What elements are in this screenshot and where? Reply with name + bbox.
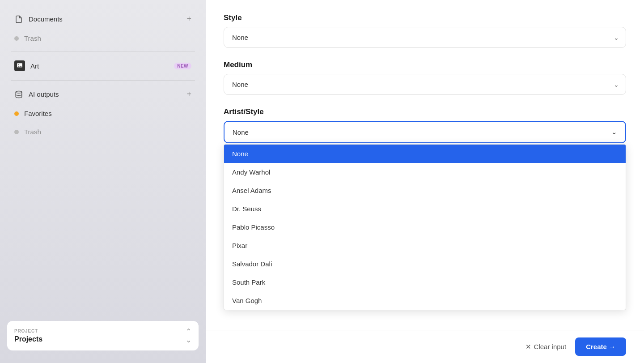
medium-select-wrapper: None ⌄ (224, 74, 626, 95)
project-name: Projects (14, 335, 42, 343)
sidebar-item-ai-outputs[interactable]: AI outputs + (4, 85, 202, 103)
sidebar-spacer (0, 141, 206, 314)
ai-outputs-add-icon[interactable]: + (186, 90, 191, 99)
trash-top-dot (14, 36, 19, 41)
artist-style-dropdown: None ⌄ None Andy Warhol Ansel Adams Dr. … (224, 121, 626, 143)
trash-bottom-label: Trash (24, 128, 191, 136)
style-select[interactable]: None (224, 27, 626, 48)
sidebar: Documents + Trash Art NEW AI output (0, 0, 206, 363)
trash-bottom-dot (14, 130, 19, 134)
style-select-wrapper: None ⌄ (224, 27, 626, 48)
dropdown-item-south-park[interactable]: South Park (224, 273, 626, 291)
project-section-label: PROJECT (14, 329, 42, 333)
sidebar-divider-1 (11, 51, 195, 51)
sidebar-item-trash-bottom[interactable]: Trash (4, 124, 202, 140)
bottom-bar: ✕ Clear input Create → (206, 330, 644, 363)
dropdown-item-salvador-dali[interactable]: Salvador Dali (224, 255, 626, 273)
sidebar-item-art[interactable]: Art NEW (4, 56, 202, 76)
svg-point-2 (16, 91, 22, 93)
favorites-dot (14, 111, 19, 116)
favorites-label: Favorites (24, 110, 191, 117)
dropdown-item-pablo-picasso[interactable]: Pablo Picasso (224, 218, 626, 236)
artist-style-dropdown-list: None Andy Warhol Ansel Adams Dr. Seuss P… (224, 144, 626, 310)
clear-input-button[interactable]: ✕ Clear input (525, 343, 567, 351)
medium-select[interactable]: None (224, 74, 626, 95)
sidebar-item-documents[interactable]: Documents + (4, 10, 202, 28)
dropdown-item-none[interactable]: None (224, 145, 626, 163)
project-info: PROJECT Projects (14, 329, 42, 343)
art-label: Art (30, 62, 169, 70)
ai-outputs-icon (14, 90, 23, 99)
create-label: Create → (586, 343, 615, 350)
clear-x-icon: ✕ (525, 343, 531, 351)
style-section: Style None ⌄ (224, 13, 626, 48)
dropdown-item-pixar[interactable]: Pixar (224, 236, 626, 255)
ai-outputs-label: AI outputs (29, 90, 181, 98)
artist-style-trigger[interactable]: None ⌄ (224, 121, 626, 143)
medium-section: Medium None ⌄ (224, 60, 626, 95)
sidebar-divider-2 (11, 80, 195, 81)
create-button[interactable]: Create → (575, 337, 626, 356)
trash-top-label: Trash (24, 34, 191, 42)
artist-style-label: Artist/Style (224, 107, 626, 116)
artist-style-current-value: None (233, 128, 249, 136)
documents-label: Documents (29, 15, 181, 23)
dropdown-item-ansel-adams[interactable]: Ansel Adams (224, 181, 626, 200)
project-switcher[interactable]: PROJECT Projects ⌃⌄ (7, 321, 199, 350)
svg-point-1 (18, 64, 19, 65)
sidebar-item-favorites[interactable]: Favorites (4, 105, 202, 122)
documents-add-icon[interactable]: + (186, 14, 191, 24)
dropdown-item-dr-seuss[interactable]: Dr. Seuss (224, 200, 626, 218)
art-badge: NEW (174, 63, 191, 69)
artist-style-section: Artist/Style None ⌄ None Andy Warhol Ans… (224, 107, 626, 143)
medium-label: Medium (224, 60, 626, 69)
main-content: Style None ⌄ Medium None ⌄ Artist/Style … (206, 0, 644, 363)
document-icon (14, 15, 23, 24)
dropdown-item-van-gogh[interactable]: Van Gogh (224, 291, 626, 310)
clear-input-label: Clear input (534, 343, 567, 350)
art-icon (14, 60, 25, 71)
dropdown-item-andy-warhol[interactable]: Andy Warhol (224, 163, 626, 181)
project-chevron-icon: ⌃⌄ (186, 327, 191, 344)
artist-style-trigger-chevron: ⌄ (611, 128, 617, 136)
sidebar-item-trash-top[interactable]: Trash (4, 30, 202, 47)
style-label: Style (224, 13, 626, 22)
